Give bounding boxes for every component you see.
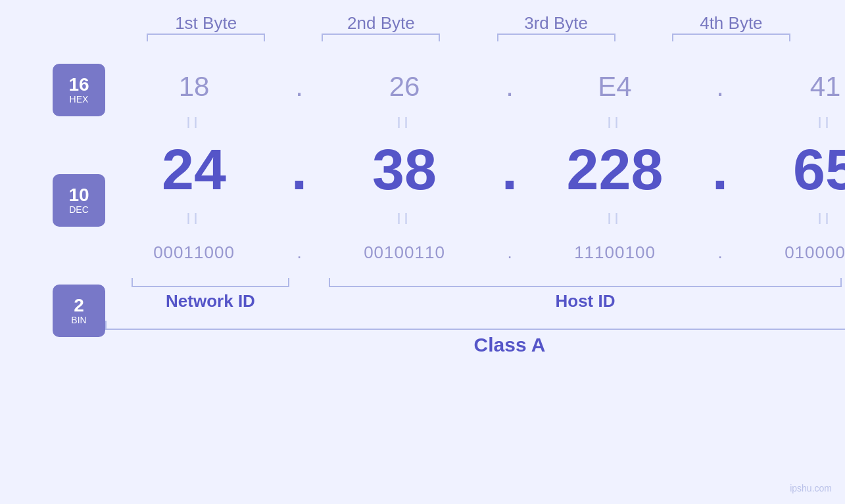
class-bracket <box>105 321 845 330</box>
bin-val-4: 01000001 <box>736 242 845 263</box>
hex-badge-number: 16 <box>68 76 89 94</box>
id-labels-row: Network ID Host ID <box>105 291 845 311</box>
byte-header-3: 3rd Byte <box>469 13 644 34</box>
bin-badge-number: 2 <box>74 296 84 315</box>
equals-row-1: || || || || <box>105 110 845 133</box>
watermark: ipshu.com <box>790 483 832 493</box>
byte-header-4: 4th Byte <box>644 13 819 34</box>
network-bracket <box>105 278 316 287</box>
dot-hex-2: . <box>493 71 526 103</box>
dot-dec-2: . <box>493 141 526 198</box>
hex-badge-label: HEX <box>70 94 89 104</box>
dot-hex-1: . <box>283 71 316 103</box>
dot-dec-1: . <box>283 141 316 198</box>
hex-row: 18 . 26 . E4 . 41 <box>105 64 845 110</box>
bin-val-1: 00011000 <box>105 242 283 263</box>
bracket-2 <box>293 34 468 44</box>
dot-dec-3: . <box>704 141 736 198</box>
bin-badge-label: BIN <box>71 315 86 325</box>
hex-val-2: 26 <box>316 71 493 103</box>
dot-bin-3: . <box>704 242 736 263</box>
dec-badge-label: DEC <box>69 204 89 215</box>
byte-header-1: 1st Byte <box>118 13 293 34</box>
dot-bin-2: . <box>493 242 526 263</box>
dec-badge-number: 10 <box>68 186 89 204</box>
network-id-label: Network ID <box>105 291 316 311</box>
hex-val-4: 41 <box>736 71 845 103</box>
hex-val-1: 18 <box>105 71 283 103</box>
hex-val-3: E4 <box>526 71 704 103</box>
bracket-1 <box>118 34 293 44</box>
host-bracket <box>316 278 845 287</box>
dec-badge: 10 DEC <box>53 174 105 227</box>
main-container: 1st Byte 2nd Byte 3rd Byte 4th Byte 16 H… <box>0 0 845 504</box>
class-label-row: Class A <box>105 334 845 356</box>
dot-hex-3: . <box>704 71 736 103</box>
dec-val-3: 228 <box>526 141 704 198</box>
byte-headers-row: 1st Byte 2nd Byte 3rd Byte 4th Byte <box>26 13 819 34</box>
top-brackets <box>26 34 819 44</box>
class-a-label: Class A <box>474 334 546 356</box>
badges-column: 16 HEX 10 DEC 2 BIN <box>53 64 105 337</box>
byte-header-2: 2nd Byte <box>293 13 468 34</box>
bracket-4 <box>644 34 819 44</box>
bin-row: 00011000 . 00100110 . 11100100 . 0100000… <box>105 229 845 275</box>
bin-val-3: 11100100 <box>526 242 704 263</box>
dec-val-2: 38 <box>316 141 493 198</box>
dot-bin-1: . <box>283 242 316 263</box>
dec-row: 24 . 38 . 228 . 65 <box>105 133 845 206</box>
equals-row-2: || || || || <box>105 206 845 229</box>
host-id-label: Host ID <box>316 291 845 311</box>
bottom-brackets <box>105 278 845 287</box>
hex-badge: 16 HEX <box>53 64 105 116</box>
bin-badge: 2 BIN <box>53 285 105 337</box>
dec-val-4: 65 <box>736 141 845 198</box>
bracket-3 <box>469 34 644 44</box>
bin-val-2: 00100110 <box>316 242 493 263</box>
dec-val-1: 24 <box>105 141 283 198</box>
